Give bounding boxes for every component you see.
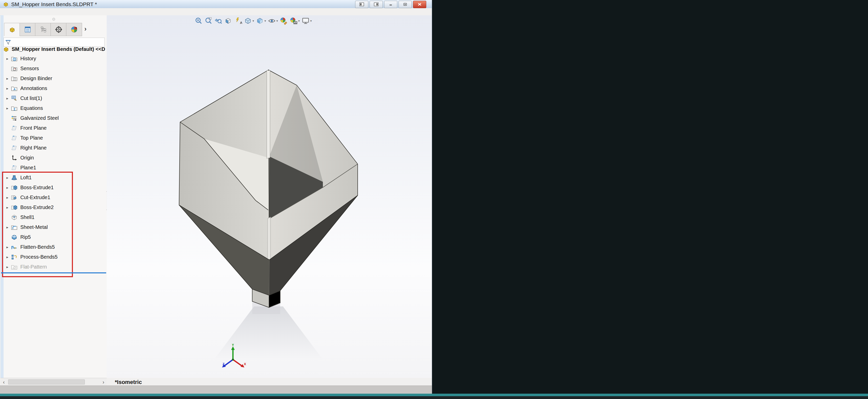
panel-tabs-overflow[interactable]: › [84, 25, 87, 33]
view-orientation-button[interactable]: ▾ [244, 17, 254, 25]
configurationmanager-tab-icon [39, 26, 47, 33]
window-control-restore[interactable] [399, 1, 412, 8]
document-tab-bar [0, 386, 432, 394]
previous-view-button[interactable] [214, 17, 222, 25]
hopper-3d-model[interactable] [107, 15, 432, 378]
window-control-split-left[interactable] [355, 1, 368, 8]
flatpattern-icon [11, 263, 18, 270]
sensors-icon [11, 65, 18, 72]
plane-icon [11, 164, 18, 171]
previous-view-icon [214, 17, 222, 25]
tree-item-sheet-metal[interactable]: ▸Sheet-Metal [4, 222, 48, 232]
tree-item-flat-pattern[interactable]: ▸Flat-Pattern [4, 262, 47, 272]
tree-item-label: Origin [20, 155, 34, 161]
apply-scene-button[interactable]: ▾ [289, 17, 300, 25]
tree-item-equations[interactable]: ▸ΣEquations [4, 103, 43, 113]
expand-arrow-icon[interactable]: ▸ [4, 265, 11, 269]
tree-item-right-plane[interactable]: Right Plane [4, 143, 46, 153]
propertymanager-tab[interactable] [20, 23, 36, 36]
tree-item-rip5[interactable]: Rip5 [4, 232, 31, 242]
displaymanager-tab[interactable] [66, 23, 82, 36]
tree-item-cut-list-1-[interactable]: ▸Cut list(1) [4, 93, 42, 103]
scroll-left-arrow[interactable]: ‹ [1, 379, 7, 385]
tree-item-boss-extrude2[interactable]: ▸Boss-Extrude2 [4, 202, 54, 212]
expand-arrow-icon[interactable]: ▸ [4, 106, 11, 111]
tree-item-label: Top Plane [20, 135, 43, 141]
tree-root-item[interactable]: SM_Hopper Insert Bends (Default) <<D [3, 44, 105, 54]
tree-item-label: Loft1 [20, 175, 31, 180]
tree-item-annotations[interactable]: ▸AAnnotations [4, 83, 47, 93]
tree-item-design-binder[interactable]: ▸Design Binder [4, 74, 52, 83]
tree-item-shell1[interactable]: Shell1 [4, 212, 35, 222]
featuremanager-tab[interactable] [4, 23, 20, 36]
dynamic-annotation-views-button[interactable]: A [234, 17, 242, 25]
expand-arrow-icon[interactable]: ▸ [4, 175, 11, 180]
expand-arrow-icon[interactable]: ▸ [4, 96, 11, 101]
tree-item-origin[interactable]: Origin [4, 153, 34, 163]
panel-collapse-handle[interactable] [52, 18, 55, 21]
tree-item-loft1[interactable]: ▸Loft1 [4, 173, 31, 182]
tree-item-flatten-bends5[interactable]: ▸Flatten-Bends5 [4, 242, 55, 252]
rollback-bar[interactable] [1, 273, 106, 274]
tree-root-label: SM_Hopper Insert Bends (Default) <<D [12, 46, 105, 52]
triad-container: YZX [221, 344, 246, 371]
tree-item-label: Shell1 [20, 215, 35, 220]
expand-arrow-icon[interactable]: ▸ [4, 205, 11, 210]
dropdown-arrow-icon[interactable]: ▾ [252, 19, 254, 23]
dropdown-arrow-icon[interactable]: ▾ [310, 19, 312, 23]
expand-arrow-icon[interactable]: ▸ [4, 76, 11, 81]
zoom-to-fit-button[interactable] [194, 17, 203, 25]
expand-arrow-icon[interactable]: ▸ [4, 225, 11, 230]
panel-scrollbar[interactable]: ‹› [1, 378, 107, 386]
material-icon [11, 115, 18, 122]
tree-item-boss-extrude1[interactable]: ▸Boss-Extrude1 [4, 182, 54, 193]
tree-item-cut-extrude1[interactable]: ▸Cut-Extrude1 [4, 193, 50, 202]
dropdown-arrow-icon[interactable]: ▾ [298, 19, 300, 23]
tree-item-front-plane[interactable]: Front Plane [4, 123, 46, 133]
expand-arrow-icon[interactable]: ▸ [4, 255, 11, 259]
window-control-close[interactable] [413, 1, 426, 8]
plane-icon [11, 164, 18, 171]
apply-scene-icon [289, 17, 298, 25]
expand-arrow-icon[interactable]: ▸ [4, 195, 11, 200]
hide-show-items-button[interactable]: ▾ [268, 17, 278, 25]
scroll-right-arrow[interactable]: › [100, 379, 107, 385]
tree-item-label: Flatten-Bends5 [20, 244, 55, 250]
tree-item-plane1[interactable]: Plane1 [4, 163, 36, 173]
solidworks-desktop: SM_Hopper Insert Bends.SLDPRT *›SM_Hoppe… [0, 0, 868, 399]
tree-item-sensors[interactable]: Sensors [4, 63, 39, 74]
tree-item-label: Galvanized Steel [20, 115, 59, 121]
expand-arrow-icon[interactable]: ▸ [4, 56, 11, 61]
dropdown-arrow-icon[interactable]: ▾ [265, 19, 266, 23]
plane-icon [11, 135, 18, 142]
headsup-view-toolbar: A▾▾▾▾▾ [194, 16, 313, 26]
expand-arrow-icon[interactable]: ▸ [4, 86, 11, 91]
window-control-minimize[interactable] [384, 1, 397, 8]
origin-icon [11, 154, 18, 162]
graphics-viewport[interactable]: A▾▾▾▾▾YZX*Isometric [107, 15, 432, 378]
scroll-thumb[interactable] [8, 379, 85, 384]
expand-arrow-icon[interactable]: ▸ [4, 186, 11, 190]
tree-item-history[interactable]: ▸History [4, 54, 36, 63]
tree-item-top-plane[interactable]: Top Plane [4, 133, 43, 143]
dropdown-arrow-icon[interactable]: ▾ [276, 19, 278, 23]
part-document-icon [3, 1, 9, 8]
sensors-icon [11, 65, 18, 72]
titlebar[interactable]: SM_Hopper Insert Bends.SLDPRT * [0, 0, 432, 8]
hide-show-items-icon [268, 17, 276, 25]
zoom-to-area-button[interactable] [204, 17, 212, 25]
tree-item-galvanized-steel[interactable]: Galvanized Steel [4, 113, 59, 123]
tree-item-process-bends5[interactable]: ▸Process-Bends5 [4, 252, 58, 262]
window-control-split-right[interactable] [370, 1, 383, 8]
view-settings-button[interactable]: ▾ [302, 17, 312, 25]
restore-icon [402, 2, 408, 8]
configurationmanager-tab[interactable] [35, 23, 51, 36]
close-icon [416, 2, 423, 8]
display-style-button[interactable]: ▾ [256, 17, 266, 25]
cutlist-icon [11, 95, 18, 102]
section-view-button[interactable] [224, 17, 232, 25]
dimxpert-tab[interactable] [51, 23, 67, 36]
expand-arrow-icon[interactable]: ▸ [4, 245, 11, 250]
cutlist-icon [11, 95, 18, 102]
edit-appearance-button[interactable] [280, 17, 288, 25]
